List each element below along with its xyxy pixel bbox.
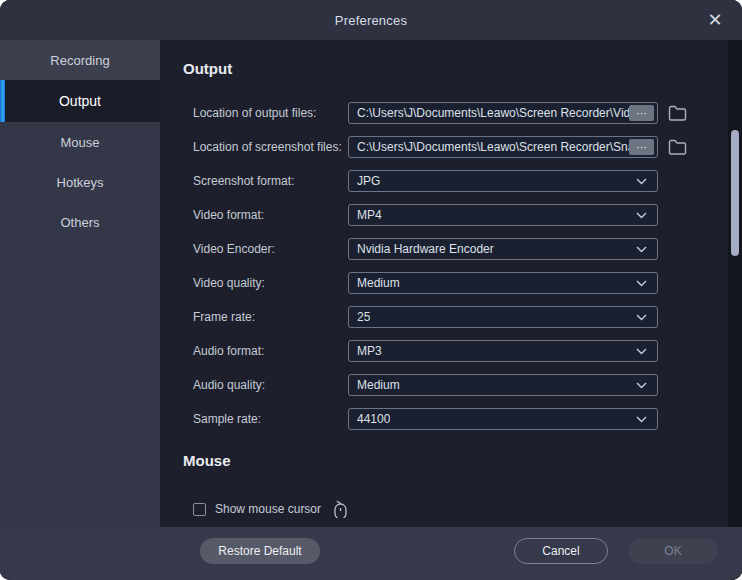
sidebar-item-label: Others: [60, 215, 99, 230]
audio-quality-select[interactable]: Medium: [348, 374, 658, 396]
field-label: Location of screenshot files:: [193, 140, 348, 154]
sidebar-item-label: Output: [59, 93, 101, 109]
field-label: Frame rate:: [193, 310, 348, 324]
close-icon[interactable]: ✕: [702, 7, 728, 33]
mouse-section-heading: Mouse: [183, 452, 742, 470]
show-mouse-cursor-label: Show mouse cursor: [215, 502, 321, 516]
chevron-down-icon: [636, 314, 647, 321]
chevron-down-icon: [636, 416, 647, 423]
sample-rate-row: Sample rate: 44100: [193, 408, 742, 430]
screenshot-format-row: Screenshot format: JPG: [193, 170, 742, 192]
preferences-dialog: Preferences ✕ Recording Output Mouse Hot…: [0, 0, 742, 580]
video-quality-select[interactable]: Medium: [348, 272, 658, 294]
video-format-row: Video format: MP4: [193, 204, 742, 226]
output-location-row: Location of output files: C:\Users\J\Doc…: [193, 102, 742, 124]
field-label: Location of output files:: [193, 106, 348, 120]
sidebar-item-recording[interactable]: Recording: [0, 40, 160, 80]
video-encoder-select[interactable]: Nvidia Hardware Encoder: [348, 238, 658, 260]
restore-default-button[interactable]: Restore Default: [200, 538, 320, 564]
select-value: Medium: [357, 378, 400, 392]
sidebar-item-label: Recording: [50, 53, 109, 68]
select-value: 44100: [357, 412, 390, 426]
select-value: Nvidia Hardware Encoder: [357, 242, 494, 256]
select-value: MP3: [357, 344, 382, 358]
select-value: 25: [357, 310, 370, 324]
sidebar: Recording Output Mouse Hotkeys Others: [0, 40, 160, 527]
video-encoder-row: Video Encoder: Nvidia Hardware Encoder: [193, 238, 742, 260]
frame-rate-row: Frame rate: 25: [193, 306, 742, 328]
field-label: Audio format:: [193, 344, 348, 358]
sidebar-item-label: Hotkeys: [57, 175, 104, 190]
screenshot-location-input[interactable]: C:\Users\J\Documents\Leawo\Screen Record…: [348, 136, 658, 158]
select-value: Medium: [357, 276, 400, 290]
cancel-button[interactable]: Cancel: [514, 538, 608, 564]
output-location-input[interactable]: C:\Users\J\Documents\Leawo\Screen Record…: [348, 102, 658, 124]
select-value: JPG: [357, 174, 380, 188]
scrollbar-thumb[interactable]: [731, 130, 739, 256]
chevron-down-icon: [636, 178, 647, 185]
browse-button[interactable]: ···: [629, 139, 654, 155]
field-label: Video quality:: [193, 276, 348, 290]
ok-button[interactable]: OK: [628, 538, 718, 564]
settings-panel: Output Location of output files: C:\User…: [160, 40, 742, 527]
output-section-heading: Output: [183, 60, 742, 78]
audio-format-select[interactable]: MP3: [348, 340, 658, 362]
field-label: Screenshot format:: [193, 174, 348, 188]
sample-rate-select[interactable]: 44100: [348, 408, 658, 430]
select-value: MP4: [357, 208, 382, 222]
show-mouse-cursor-row: Show mouse cursor: [193, 498, 742, 520]
chevron-down-icon: [636, 212, 647, 219]
mouse-icon: [333, 500, 348, 518]
chevron-down-icon: [636, 280, 647, 287]
audio-format-row: Audio format: MP3: [193, 340, 742, 362]
footer-bar: Restore Default Cancel OK: [0, 527, 742, 580]
frame-rate-select[interactable]: 25: [348, 306, 658, 328]
path-value: C:\Users\J\Documents\Leawo\Screen Record…: [357, 140, 629, 154]
scrollbar-track[interactable]: [728, 40, 742, 527]
browse-button[interactable]: ···: [629, 105, 654, 121]
chevron-down-icon: [636, 382, 647, 389]
field-label: Video format:: [193, 208, 348, 222]
field-label: Audio quality:: [193, 378, 348, 392]
titlebar: Preferences ✕: [0, 0, 742, 40]
sidebar-item-label: Mouse: [60, 135, 99, 150]
open-folder-icon[interactable]: [668, 139, 688, 155]
field-label: Video Encoder:: [193, 242, 348, 256]
chevron-down-icon: [636, 246, 647, 253]
chevron-down-icon: [636, 348, 647, 355]
field-label: Sample rate:: [193, 412, 348, 426]
sidebar-item-hotkeys[interactable]: Hotkeys: [0, 162, 160, 202]
audio-quality-row: Audio quality: Medium: [193, 374, 742, 396]
video-quality-row: Video quality: Medium: [193, 272, 742, 294]
screenshot-location-row: Location of screenshot files: C:\Users\J…: [193, 136, 742, 158]
screenshot-format-select[interactable]: JPG: [348, 170, 658, 192]
open-folder-icon[interactable]: [668, 105, 688, 121]
show-mouse-cursor-checkbox[interactable]: [193, 503, 206, 516]
dialog-title: Preferences: [335, 13, 407, 28]
video-format-select[interactable]: MP4: [348, 204, 658, 226]
sidebar-item-output[interactable]: Output: [0, 80, 160, 122]
path-value: C:\Users\J\Documents\Leawo\Screen Record…: [357, 106, 629, 120]
sidebar-item-mouse[interactable]: Mouse: [0, 122, 160, 162]
sidebar-item-others[interactable]: Others: [0, 202, 160, 242]
active-indicator: [0, 80, 5, 122]
